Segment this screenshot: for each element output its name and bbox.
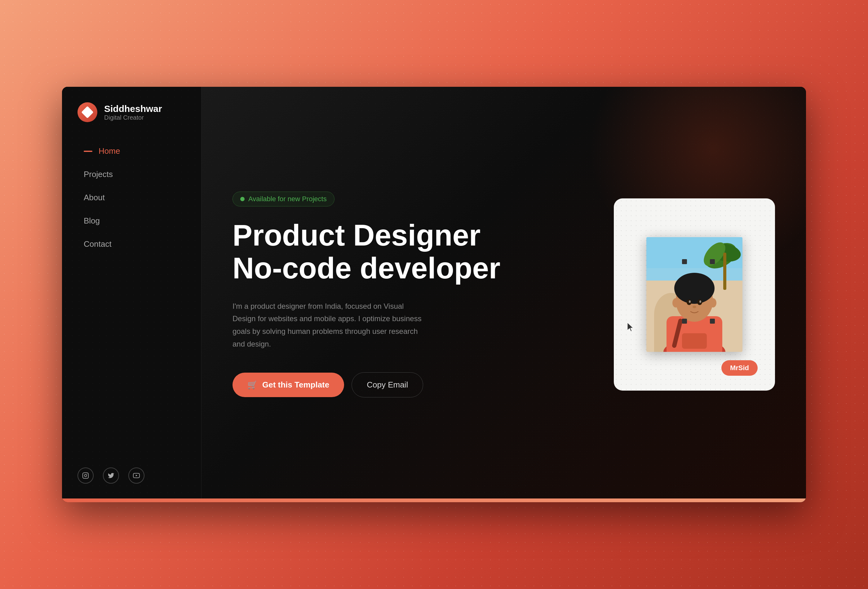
nav-label-about: About [84,193,105,202]
corner-handle-tl [682,259,687,264]
svg-point-2 [87,474,87,474]
main-content: Available for new Projects Product Desig… [202,87,806,502]
nav-active-indicator [84,151,92,152]
name-badge[interactable]: MrSid [721,360,758,376]
nav-item-about[interactable]: About [78,187,201,208]
hero-title: Product Designer No-code developer [232,219,589,284]
main-layout: Siddheshwar Digital Creator Home Project… [62,87,806,502]
svg-point-21 [685,278,704,289]
svg-point-25 [699,300,701,303]
corner-handle-br [710,319,715,324]
logo-area: Siddheshwar Digital Creator [62,102,201,141]
social-links [62,468,201,484]
nav-item-blog[interactable]: Blog [78,211,201,231]
copy-email-label: Copy Email [367,380,408,390]
cursor-indicator [627,323,635,333]
corner-handle-tr [710,259,715,264]
instagram-icon[interactable] [78,468,94,484]
nav-label-home: Home [99,146,120,156]
svg-point-24 [689,300,691,303]
hero-section: Available for new Projects Product Desig… [232,192,589,397]
twitter-icon[interactable] [103,468,119,484]
sidebar: Siddheshwar Digital Creator Home Project… [62,87,202,502]
nav-item-home[interactable]: Home [78,141,201,161]
svg-rect-12 [723,252,726,290]
svg-marker-29 [627,323,633,331]
nav-item-projects[interactable]: Projects [78,164,201,185]
nav-item-contact[interactable]: Contact [78,234,201,254]
svg-point-1 [84,474,87,477]
svg-point-26 [692,306,696,308]
brand-name: Siddheshwar [104,103,162,114]
svg-rect-0 [83,473,89,478]
get-template-button[interactable]: 🛒 Get this Template [232,373,344,397]
nav-menu: Home Projects About Blog Contact [62,141,201,468]
hero-title-line2: No-code developer [232,251,500,285]
availability-text: Available for new Projects [248,195,327,203]
svg-rect-15 [682,333,707,349]
cart-icon: 🛒 [247,380,257,390]
availability-badge: Available for new Projects [232,192,335,207]
photo-card: MrSid [614,198,775,391]
get-template-label: Get this Template [262,380,329,390]
nav-label-projects: Projects [84,170,113,179]
logo-text: Siddheshwar Digital Creator [104,103,162,121]
nav-label-blog: Blog [84,216,100,226]
photo-card-area: MrSid [614,198,775,391]
nav-label-contact: Contact [84,239,112,249]
logo-icon [78,102,97,122]
photo-frame [647,237,743,352]
corner-handle-bl [682,319,687,324]
copy-email-button[interactable]: Copy Email [351,372,423,397]
hero-title-line1: Product Designer [232,218,480,252]
hero-buttons: 🛒 Get this Template Copy Email [232,372,589,397]
bottom-bar [62,499,806,502]
brand-subtitle: Digital Creator [104,114,162,121]
svg-point-27 [672,298,679,307]
hero-description: I'm a product designer from India, focus… [232,300,425,351]
youtube-icon[interactable] [128,468,145,484]
availability-dot [240,197,245,201]
svg-point-28 [710,298,716,307]
browser-window: Siddheshwar Digital Creator Home Project… [62,87,806,502]
logo-diamond-shape [81,106,94,118]
svg-marker-3 [136,475,137,477]
